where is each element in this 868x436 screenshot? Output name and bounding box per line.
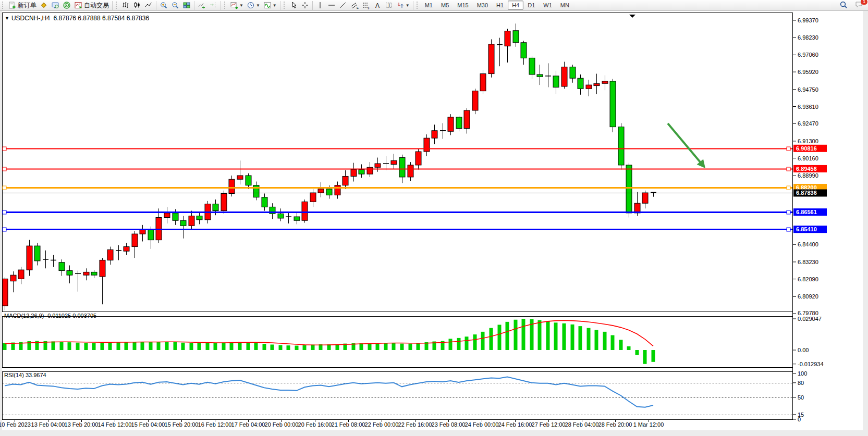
hline-handle[interactable] <box>787 186 790 190</box>
collapse-chart-icon[interactable]: ▼ <box>5 16 9 21</box>
svg-text:0: 0 <box>798 416 801 422</box>
svg-text:6.82090: 6.82090 <box>798 276 818 282</box>
svg-text:14 Feb 12:00: 14 Feb 12:00 <box>98 421 132 428</box>
hline-handle[interactable] <box>3 186 6 190</box>
svg-text:80: 80 <box>798 380 804 386</box>
svg-text:20 Feb 00:00: 20 Feb 00:00 <box>265 421 299 428</box>
hline-handle[interactable] <box>3 167 6 171</box>
svg-text:13 Feb 20:00: 13 Feb 20:00 <box>65 421 99 428</box>
svg-text:6.83230: 6.83230 <box>798 259 818 265</box>
svg-text:21 Feb 08:00: 21 Feb 08:00 <box>332 421 365 428</box>
rsi-indicator-label: RSI(14) 33.9674 <box>4 372 46 378</box>
price-badge-6.85410: 6.85410 <box>793 226 827 233</box>
svg-text:6.99370: 6.99370 <box>798 17 818 23</box>
chart-symbol-period: USDCNH-,H4 <box>11 15 50 22</box>
svg-text:6.84400: 6.84400 <box>798 241 818 247</box>
time-axis[interactable]: 10 Feb 202313 Feb 04:0013 Feb 20:0014 Fe… <box>0 420 664 428</box>
svg-text:6.85410: 6.85410 <box>796 226 817 232</box>
svg-text:27 Feb 12:00: 27 Feb 12:00 <box>532 421 566 428</box>
svg-text:50: 50 <box>798 394 804 401</box>
svg-text:100: 100 <box>798 370 807 377</box>
svg-text:28 Feb 04:00: 28 Feb 04:00 <box>565 421 599 428</box>
svg-text:6.80920: 6.80920 <box>798 293 818 300</box>
svg-text:-0.012934: -0.012934 <box>798 361 824 367</box>
svg-text:15 Feb 04:00: 15 Feb 04:00 <box>131 421 165 428</box>
svg-text:6.92470: 6.92470 <box>798 120 818 127</box>
svg-text:6.95920: 6.95920 <box>798 69 818 75</box>
svg-text:6.93610: 6.93610 <box>798 104 818 110</box>
svg-text:6.87836: 6.87836 <box>796 190 817 196</box>
svg-text:10 Feb 2023: 10 Feb 2023 <box>0 421 31 428</box>
svg-text:6.90160: 6.90160 <box>798 155 818 161</box>
chart-title: ▼USDCNH-,H4 6.87876 6.87888 6.87584 6.87… <box>5 14 149 22</box>
svg-text:20 Feb 16:00: 20 Feb 16:00 <box>298 421 332 428</box>
hline-handle[interactable] <box>787 147 790 151</box>
svg-text:0.029047: 0.029047 <box>798 316 822 322</box>
svg-text:13 Feb 04:00: 13 Feb 04:00 <box>31 421 65 428</box>
chart-ohlc-values: 6.87876 6.87888 6.87584 6.87836 <box>54 15 150 22</box>
svg-text:6.97060: 6.97060 <box>798 52 818 58</box>
svg-text:22 Feb 00:00: 22 Feb 00:00 <box>365 421 399 428</box>
svg-text:1 Mar 12:00: 1 Mar 12:00 <box>633 421 664 428</box>
svg-text:6.98230: 6.98230 <box>798 34 818 41</box>
svg-text:6.94750: 6.94750 <box>798 86 818 93</box>
svg-text:17 Feb 04:00: 17 Feb 04:00 <box>231 421 265 428</box>
chart-canvas[interactable]: 6.993706.982306.970606.959206.947506.936… <box>0 0 868 436</box>
price-badge-6.86561: 6.86561 <box>793 208 827 216</box>
price-badge-6.90816: 6.90816 <box>793 145 827 152</box>
hline-handle[interactable] <box>787 167 790 171</box>
svg-text:6.88990: 6.88990 <box>798 172 818 179</box>
price-badge-6.89456: 6.89456 <box>793 165 827 172</box>
svg-text:28 Feb 20:00: 28 Feb 20:00 <box>598 421 632 428</box>
svg-text:6.91300: 6.91300 <box>798 138 818 144</box>
svg-text:16 Feb 12:00: 16 Feb 12:00 <box>198 421 232 428</box>
hline-handle[interactable] <box>787 210 790 214</box>
price-badge-6.87836: 6.87836 <box>793 189 827 196</box>
svg-text:22 Feb 16:00: 22 Feb 16:00 <box>398 421 432 428</box>
svg-text:15 Feb 20:00: 15 Feb 20:00 <box>165 421 199 428</box>
svg-text:6.89456: 6.89456 <box>796 166 817 172</box>
svg-text:6.90816: 6.90816 <box>796 145 817 152</box>
svg-text:6.86561: 6.86561 <box>796 209 817 215</box>
svg-text:24 Feb 16:00: 24 Feb 16:00 <box>498 421 532 428</box>
hline-handle[interactable] <box>787 228 790 231</box>
hline-handle[interactable] <box>3 228 6 231</box>
svg-text:0.00: 0.00 <box>798 347 809 353</box>
hline-handle[interactable] <box>3 210 6 214</box>
macd-indicator-label: MACD(12,26,9) -0.011025 0.003705 <box>4 313 96 319</box>
svg-text:23 Feb 08:00: 23 Feb 08:00 <box>432 421 466 428</box>
hline-handle[interactable] <box>3 147 6 151</box>
svg-text:24 Feb 00:00: 24 Feb 00:00 <box>465 421 499 428</box>
